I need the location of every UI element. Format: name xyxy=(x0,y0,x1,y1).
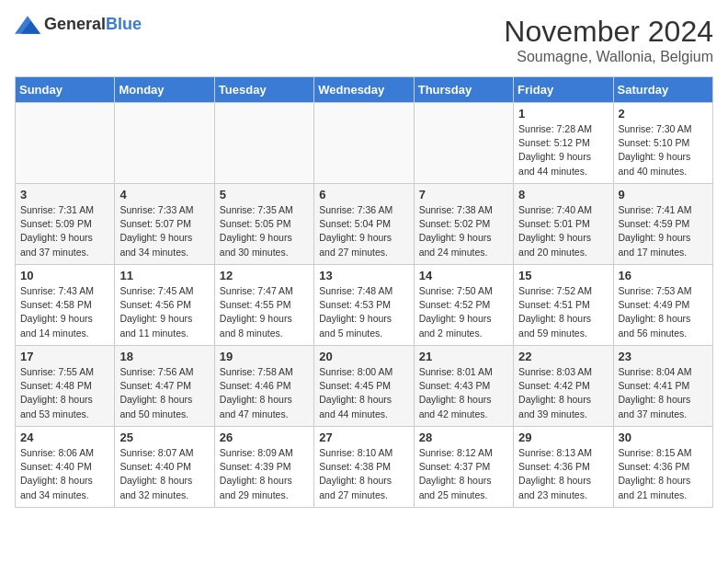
calendar-cell: 20Sunrise: 8:00 AM Sunset: 4:45 PM Dayli… xyxy=(314,346,414,427)
day-number: 28 xyxy=(419,431,508,444)
logo-icon xyxy=(15,16,40,34)
day-info: Sunrise: 7:43 AM Sunset: 4:58 PM Dayligh… xyxy=(20,284,109,340)
day-info: Sunrise: 7:35 AM Sunset: 5:05 PM Dayligh… xyxy=(220,203,309,259)
header-thursday: Thursday xyxy=(414,77,513,103)
calendar-cell: 15Sunrise: 7:52 AM Sunset: 4:51 PM Dayli… xyxy=(514,265,613,346)
calendar-cell: 26Sunrise: 8:09 AM Sunset: 4:39 PM Dayli… xyxy=(214,427,313,508)
day-info: Sunrise: 7:48 AM Sunset: 4:53 PM Dayligh… xyxy=(319,284,408,340)
day-number: 30 xyxy=(619,431,708,444)
calendar-cell: 17Sunrise: 7:55 AM Sunset: 4:48 PM Dayli… xyxy=(16,346,115,427)
day-info: Sunrise: 8:07 AM Sunset: 4:40 PM Dayligh… xyxy=(119,446,209,502)
calendar-cell: 23Sunrise: 8:04 AM Sunset: 4:41 PM Dayli… xyxy=(613,346,712,427)
day-info: Sunrise: 7:36 AM Sunset: 5:04 PM Dayligh… xyxy=(319,203,408,259)
day-info: Sunrise: 7:41 AM Sunset: 4:59 PM Dayligh… xyxy=(619,203,708,259)
header-tuesday: Tuesday xyxy=(214,77,313,103)
header: GeneralBlue November 2024 Soumagne, Wall… xyxy=(15,15,713,65)
calendar-cell: 18Sunrise: 7:56 AM Sunset: 4:47 PM Dayli… xyxy=(115,346,214,427)
day-number: 5 xyxy=(220,188,309,201)
week-row-2: 10Sunrise: 7:43 AM Sunset: 4:58 PM Dayli… xyxy=(16,265,713,346)
day-info: Sunrise: 7:28 AM Sunset: 5:12 PM Dayligh… xyxy=(518,122,608,178)
day-number: 22 xyxy=(518,350,608,363)
calendar-cell: 25Sunrise: 8:07 AM Sunset: 4:40 PM Dayli… xyxy=(115,427,214,508)
day-info: Sunrise: 7:47 AM Sunset: 4:55 PM Dayligh… xyxy=(220,284,309,340)
day-number: 25 xyxy=(119,431,209,444)
calendar-cell xyxy=(414,103,513,184)
calendar-cell: 24Sunrise: 8:06 AM Sunset: 4:40 PM Dayli… xyxy=(16,427,115,508)
day-info: Sunrise: 8:12 AM Sunset: 4:37 PM Dayligh… xyxy=(419,446,508,502)
calendar-cell: 6Sunrise: 7:36 AM Sunset: 5:04 PM Daylig… xyxy=(314,184,414,265)
day-info: Sunrise: 8:15 AM Sunset: 4:36 PM Dayligh… xyxy=(619,446,708,502)
day-number: 18 xyxy=(119,350,209,363)
day-number: 15 xyxy=(518,269,608,282)
calendar-cell: 5Sunrise: 7:35 AM Sunset: 5:05 PM Daylig… xyxy=(214,184,313,265)
week-row-1: 3Sunrise: 7:31 AM Sunset: 5:09 PM Daylig… xyxy=(16,184,713,265)
day-number: 20 xyxy=(319,350,408,363)
logo-text-blue: Blue xyxy=(106,15,142,33)
day-number: 27 xyxy=(319,431,408,444)
calendar-cell: 13Sunrise: 7:48 AM Sunset: 4:53 PM Dayli… xyxy=(314,265,414,346)
calendar-cell: 28Sunrise: 8:12 AM Sunset: 4:37 PM Dayli… xyxy=(414,427,513,508)
logo-text-general: General xyxy=(44,15,106,33)
calendar-cell: 10Sunrise: 7:43 AM Sunset: 4:58 PM Dayli… xyxy=(16,265,115,346)
calendar-cell: 19Sunrise: 7:58 AM Sunset: 4:46 PM Dayli… xyxy=(214,346,313,427)
day-number: 19 xyxy=(220,350,309,363)
day-number: 6 xyxy=(319,188,408,201)
day-info: Sunrise: 8:03 AM Sunset: 4:42 PM Dayligh… xyxy=(518,365,608,421)
logo: GeneralBlue xyxy=(15,15,142,34)
day-number: 26 xyxy=(220,431,309,444)
calendar-cell: 21Sunrise: 8:01 AM Sunset: 4:43 PM Dayli… xyxy=(414,346,513,427)
calendar-cell: 7Sunrise: 7:38 AM Sunset: 5:02 PM Daylig… xyxy=(414,184,513,265)
calendar-cell: 8Sunrise: 7:40 AM Sunset: 5:01 PM Daylig… xyxy=(514,184,613,265)
location-subtitle: Soumagne, Wallonia, Belgium xyxy=(504,49,713,65)
day-info: Sunrise: 8:06 AM Sunset: 4:40 PM Dayligh… xyxy=(20,446,109,502)
day-number: 3 xyxy=(20,188,109,201)
day-number: 11 xyxy=(119,269,209,282)
calendar-cell: 9Sunrise: 7:41 AM Sunset: 4:59 PM Daylig… xyxy=(613,184,712,265)
day-info: Sunrise: 8:00 AM Sunset: 4:45 PM Dayligh… xyxy=(319,365,408,421)
header-saturday: Saturday xyxy=(613,77,712,103)
day-info: Sunrise: 7:30 AM Sunset: 5:10 PM Dayligh… xyxy=(619,122,708,178)
day-number: 2 xyxy=(619,107,708,121)
day-number: 12 xyxy=(220,269,309,282)
week-row-4: 24Sunrise: 8:06 AM Sunset: 4:40 PM Dayli… xyxy=(16,427,713,508)
day-info: Sunrise: 7:40 AM Sunset: 5:01 PM Dayligh… xyxy=(518,203,608,259)
day-number: 13 xyxy=(319,269,408,282)
day-info: Sunrise: 7:45 AM Sunset: 4:56 PM Dayligh… xyxy=(119,284,209,340)
calendar-cell: 3Sunrise: 7:31 AM Sunset: 5:09 PM Daylig… xyxy=(16,184,115,265)
calendar-cell xyxy=(214,103,313,184)
calendar-header-row: SundayMondayTuesdayWednesdayThursdayFrid… xyxy=(16,77,713,103)
day-info: Sunrise: 7:58 AM Sunset: 4:46 PM Dayligh… xyxy=(220,365,309,421)
header-sunday: Sunday xyxy=(16,77,115,103)
calendar-cell: 11Sunrise: 7:45 AM Sunset: 4:56 PM Dayli… xyxy=(115,265,214,346)
day-number: 17 xyxy=(20,350,109,363)
calendar-cell: 29Sunrise: 8:13 AM Sunset: 4:36 PM Dayli… xyxy=(514,427,613,508)
calendar-cell xyxy=(16,103,115,184)
day-number: 23 xyxy=(619,350,708,363)
calendar-cell: 16Sunrise: 7:53 AM Sunset: 4:49 PM Dayli… xyxy=(613,265,712,346)
day-info: Sunrise: 7:33 AM Sunset: 5:07 PM Dayligh… xyxy=(119,203,209,259)
calendar-cell: 1Sunrise: 7:28 AM Sunset: 5:12 PM Daylig… xyxy=(514,103,613,184)
day-number: 10 xyxy=(20,269,109,282)
day-info: Sunrise: 7:52 AM Sunset: 4:51 PM Dayligh… xyxy=(518,284,608,340)
day-info: Sunrise: 8:10 AM Sunset: 4:38 PM Dayligh… xyxy=(319,446,408,502)
day-info: Sunrise: 8:01 AM Sunset: 4:43 PM Dayligh… xyxy=(419,365,508,421)
day-info: Sunrise: 8:09 AM Sunset: 4:39 PM Dayligh… xyxy=(220,446,309,502)
day-number: 1 xyxy=(518,107,608,121)
calendar-cell: 14Sunrise: 7:50 AM Sunset: 4:52 PM Dayli… xyxy=(414,265,513,346)
calendar-cell: 4Sunrise: 7:33 AM Sunset: 5:07 PM Daylig… xyxy=(115,184,214,265)
calendar-cell: 22Sunrise: 8:03 AM Sunset: 4:42 PM Dayli… xyxy=(514,346,613,427)
title-area: November 2024 Soumagne, Wallonia, Belgiu… xyxy=(504,15,713,65)
day-number: 24 xyxy=(20,431,109,444)
day-info: Sunrise: 7:53 AM Sunset: 4:49 PM Dayligh… xyxy=(619,284,708,340)
month-title: November 2024 xyxy=(504,15,713,49)
day-number: 14 xyxy=(419,269,508,282)
day-number: 7 xyxy=(419,188,508,201)
calendar-cell xyxy=(115,103,214,184)
week-row-3: 17Sunrise: 7:55 AM Sunset: 4:48 PM Dayli… xyxy=(16,346,713,427)
calendar-cell xyxy=(314,103,414,184)
day-number: 29 xyxy=(518,431,608,444)
day-info: Sunrise: 7:38 AM Sunset: 5:02 PM Dayligh… xyxy=(419,203,508,259)
day-number: 16 xyxy=(619,269,708,282)
calendar-cell: 2Sunrise: 7:30 AM Sunset: 5:10 PM Daylig… xyxy=(613,103,712,184)
day-number: 9 xyxy=(619,188,708,201)
